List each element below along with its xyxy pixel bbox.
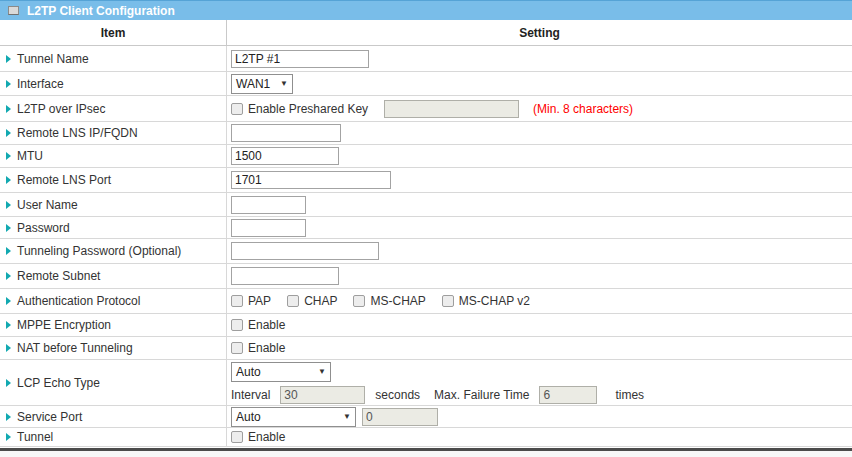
interface-select-value: WAN1	[236, 77, 270, 91]
remote-lns-ip-input[interactable]	[231, 124, 341, 142]
row-mtu: MTU	[0, 145, 852, 168]
column-header-item: Item	[0, 20, 227, 45]
bottom-area	[0, 451, 852, 457]
max-failure-unit-label: times	[615, 388, 644, 402]
row-bullet-icon	[6, 224, 11, 232]
preshared-key-hint: (Min. 8 characters)	[533, 102, 633, 116]
pap-label: PAP	[248, 294, 271, 308]
row-bullet-icon	[6, 247, 11, 255]
dropdown-arrow-icon: ▼	[280, 79, 288, 88]
service-port-select[interactable]: Auto ▼	[231, 407, 356, 427]
row-bullet-icon	[6, 344, 11, 352]
remote-lns-port-input[interactable]	[231, 171, 391, 189]
chap-label: CHAP	[304, 294, 337, 308]
row-tunnel: Tunnel Enable	[0, 428, 852, 447]
lcp-echo-type-select-value: Auto	[236, 365, 261, 379]
password-input[interactable]	[231, 219, 306, 237]
column-header-setting: Setting	[227, 20, 852, 45]
row-label: User Name	[17, 198, 78, 212]
row-bullet-icon	[6, 272, 11, 280]
row-label: NAT before Tunneling	[17, 341, 133, 355]
row-bullet-icon	[6, 297, 11, 305]
row-bullet-icon	[6, 433, 11, 441]
service-port-input[interactable]	[362, 408, 438, 426]
row-tunnel-name: Tunnel Name	[0, 46, 852, 72]
ms-chap-v2-checkbox[interactable]	[442, 295, 454, 307]
row-label: Remote Subnet	[17, 269, 100, 283]
row-remote-lns-port: Remote LNS Port	[0, 168, 852, 193]
mppe-enable-checkbox[interactable]	[231, 319, 243, 331]
section-title-bar: L2TP Client Configuration	[0, 0, 852, 20]
row-lcp-echo-type: LCP Echo Type Auto ▼ Interval seconds Ma…	[0, 360, 852, 406]
dropdown-arrow-icon: ▼	[318, 367, 326, 376]
row-label: MPPE Encryption	[17, 318, 111, 332]
ms-chap-label: MS-CHAP	[370, 294, 425, 308]
row-bullet-icon	[6, 413, 11, 421]
tunneling-password-input[interactable]	[231, 242, 379, 260]
row-authentication-protocol: Authentication Protocol PAP CHAP MS-CHAP…	[0, 289, 852, 314]
row-user-name: User Name	[0, 193, 852, 217]
mtu-input[interactable]	[231, 147, 339, 165]
chap-checkbox[interactable]	[287, 295, 299, 307]
section-title: L2TP Client Configuration	[27, 4, 175, 18]
row-label: Interface	[17, 77, 64, 91]
user-name-input[interactable]	[231, 196, 306, 214]
nat-enable-label: Enable	[248, 341, 285, 355]
row-interface: Interface WAN1 ▼	[0, 72, 852, 96]
interface-select[interactable]: WAN1 ▼	[231, 74, 293, 94]
ms-chap-checkbox[interactable]	[353, 295, 365, 307]
row-label: LCP Echo Type	[17, 376, 100, 390]
row-label: Service Port	[17, 410, 82, 424]
row-tunneling-password: Tunneling Password (Optional)	[0, 239, 852, 264]
section-marker-icon	[8, 6, 19, 15]
table-header-row: Item Setting	[0, 20, 852, 46]
row-bullet-icon	[6, 176, 11, 184]
row-label: Remote LNS IP/FQDN	[17, 126, 138, 140]
row-label: L2TP over IPsec	[17, 102, 106, 116]
max-failure-label: Max. Failure Time	[434, 388, 529, 402]
tunnel-enable-label: Enable	[248, 430, 285, 444]
row-password: Password	[0, 217, 852, 239]
row-remote-subnet: Remote Subnet	[0, 264, 852, 289]
lcp-echo-type-select[interactable]: Auto ▼	[231, 362, 331, 382]
remote-subnet-input[interactable]	[231, 267, 339, 285]
max-failure-input[interactable]	[539, 386, 597, 404]
service-port-select-value: Auto	[236, 410, 261, 424]
mppe-enable-label: Enable	[248, 318, 285, 332]
row-bullet-icon	[6, 201, 11, 209]
row-mppe-encryption: MPPE Encryption Enable	[0, 314, 852, 337]
tunnel-name-input[interactable]	[231, 50, 369, 68]
ms-chap-v2-label: MS-CHAP v2	[459, 294, 530, 308]
nat-enable-checkbox[interactable]	[231, 342, 243, 354]
row-label: MTU	[17, 149, 43, 163]
preshared-key-input[interactable]	[384, 100, 519, 118]
interval-input[interactable]	[280, 386, 365, 404]
row-service-port: Service Port Auto ▼	[0, 406, 852, 428]
row-label: Tunnel	[17, 430, 53, 444]
l2tp-client-configuration-panel: L2TP Client Configuration Item Setting T…	[0, 0, 852, 457]
row-bullet-icon	[6, 129, 11, 137]
row-bullet-icon	[6, 379, 11, 387]
interval-label: Interval	[231, 388, 270, 402]
row-label: Password	[17, 221, 70, 235]
row-label: Tunnel Name	[17, 52, 89, 66]
row-label: Tunneling Password (Optional)	[17, 244, 181, 258]
row-bullet-icon	[6, 80, 11, 88]
row-bullet-icon	[6, 152, 11, 160]
interval-unit-label: seconds	[375, 388, 420, 402]
row-l2tp-over-ipsec: L2TP over IPsec Enable Preshared Key (Mi…	[0, 96, 852, 122]
row-remote-lns-ip: Remote LNS IP/FQDN	[0, 122, 852, 145]
row-bullet-icon	[6, 105, 11, 113]
tunnel-enable-checkbox[interactable]	[231, 431, 243, 443]
dropdown-arrow-icon: ▼	[343, 412, 351, 421]
row-bullet-icon	[6, 55, 11, 63]
row-label: Remote LNS Port	[17, 173, 111, 187]
row-label: Authentication Protocol	[17, 294, 140, 308]
row-nat-before-tunneling: NAT before Tunneling Enable	[0, 337, 852, 360]
pap-checkbox[interactable]	[231, 295, 243, 307]
row-bullet-icon	[6, 321, 11, 329]
enable-preshared-key-checkbox[interactable]	[231, 103, 243, 115]
enable-preshared-key-label: Enable Preshared Key	[248, 102, 368, 116]
